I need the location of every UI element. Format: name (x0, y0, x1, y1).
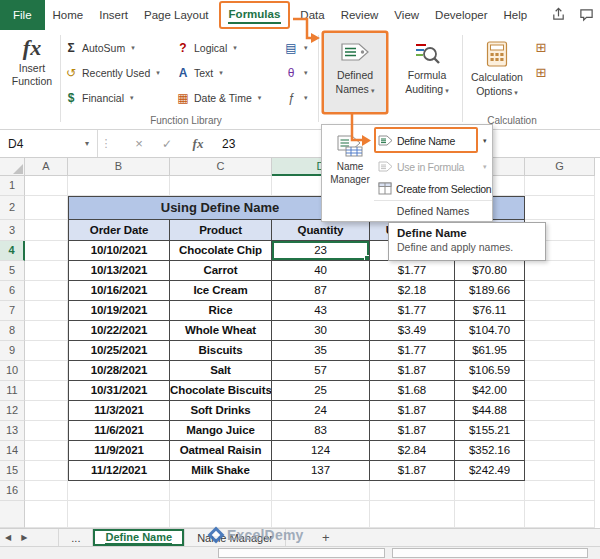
cell-F15[interactable]: $242.49 (455, 461, 525, 481)
cell-G7[interactable] (525, 301, 595, 321)
cell-A5[interactable] (25, 261, 68, 281)
cell-F14[interactable]: $352.16 (455, 441, 525, 461)
financial-button[interactable]: $ Financial ▾ (64, 89, 160, 106)
chevron-down-icon[interactable]: ▾ (85, 139, 89, 148)
tab-insert[interactable]: Insert (91, 0, 136, 30)
insert-function-fx-icon[interactable]: fx (186, 130, 210, 157)
cell-B8[interactable]: 10/22/2021 (68, 321, 170, 341)
cell-E15[interactable]: $1.87 (370, 461, 455, 481)
cell-A7[interactable] (25, 301, 68, 321)
next-sheet-icon[interactable]: ▶ (16, 529, 32, 546)
row-header-13[interactable]: 13 (0, 421, 25, 441)
cell-A12[interactable] (25, 401, 68, 421)
scrollbar-thumb[interactable] (392, 548, 588, 558)
cell-D16[interactable] (272, 481, 370, 501)
column-header-C[interactable]: C (170, 158, 272, 176)
math-trig-button[interactable]: θ ▾ (284, 64, 308, 81)
cell-C15[interactable]: Milk Shake (170, 461, 272, 481)
cell-B7[interactable]: 10/19/2021 (68, 301, 170, 321)
cell-A17[interactable] (25, 501, 68, 528)
cell-F16[interactable] (455, 481, 525, 501)
defined-names-button[interactable]: Defined Names▾ (324, 33, 386, 112)
cell-E9[interactable]: $1.77 (370, 341, 455, 361)
cell-D4[interactable]: 23 (272, 241, 370, 261)
cell-B11[interactable]: 10/31/2021 (68, 381, 170, 401)
cell-G6[interactable] (525, 281, 595, 301)
insert-function-button[interactable]: fx Insert Function (6, 34, 58, 116)
sheet-tab-overflow[interactable]: ... (58, 529, 93, 546)
cell-F10[interactable]: $106.59 (455, 361, 525, 381)
tab-page-layout[interactable]: Page Layout (136, 0, 217, 30)
cell-G12[interactable] (525, 401, 595, 421)
calculation-options-button[interactable]: Calculation Options▾ (466, 35, 528, 111)
cell-B17[interactable] (68, 501, 170, 528)
cell-C6[interactable]: Ice Cream (170, 281, 272, 301)
cell-E10[interactable]: $1.87 (370, 361, 455, 381)
cell-E11[interactable]: $1.68 (370, 381, 455, 401)
cell-F6[interactable]: $189.66 (455, 281, 525, 301)
cell-D8[interactable]: 30 (272, 321, 370, 341)
cell-A9[interactable] (25, 341, 68, 361)
cell-C9[interactable]: Biscuits (170, 341, 272, 361)
cell-A6[interactable] (25, 281, 68, 301)
row-header-4[interactable]: 4 (0, 241, 25, 261)
cell-G2[interactable] (525, 196, 595, 220)
cell-C11[interactable]: Chocolate Biscuits (170, 381, 272, 401)
cell-F17[interactable] (455, 501, 525, 528)
prev-sheet-icon[interactable]: ◀ (0, 529, 16, 546)
cell-A11[interactable] (25, 381, 68, 401)
cell-A1[interactable] (25, 176, 68, 196)
cell-E14[interactable]: $2.84 (370, 441, 455, 461)
cell-A3[interactable] (25, 220, 68, 241)
cell-D15[interactable]: 137 (272, 461, 370, 481)
cell-D17[interactable] (272, 501, 370, 528)
cell-D6[interactable]: 87 (272, 281, 370, 301)
row-header-2[interactable]: 2 (0, 196, 25, 220)
row-header-12[interactable]: 12 (0, 401, 25, 421)
cell-B6[interactable]: 10/16/2021 (68, 281, 170, 301)
tab-formulas[interactable]: Formulas (219, 1, 291, 29)
cell-C13[interactable]: Mango Juice (170, 421, 272, 441)
cell-D10[interactable]: 57 (272, 361, 370, 381)
cell-C1[interactable] (170, 176, 272, 196)
tab-help[interactable]: Help (496, 0, 536, 30)
date-time-button[interactable]: ▦ Date & Time ▾ (176, 89, 261, 106)
column-header-B[interactable]: B (68, 158, 170, 176)
cell-E8[interactable]: $3.49 (370, 321, 455, 341)
share-icon[interactable] (551, 7, 566, 26)
cell-C5[interactable]: Carrot (170, 261, 272, 281)
cell-E17[interactable] (370, 501, 455, 528)
recently-used-button[interactable]: ↺ Recently Used ▾ (64, 64, 160, 81)
select-all-corner[interactable] (0, 158, 25, 176)
tab-data[interactable]: Data (292, 0, 332, 30)
tab-file[interactable]: File (0, 0, 45, 30)
formula-auditing-button[interactable]: Formula Auditing▾ (396, 35, 458, 111)
cell-D11[interactable]: 25 (272, 381, 370, 401)
row-header-10[interactable]: 10 (0, 361, 25, 381)
comment-icon[interactable] (579, 7, 594, 26)
autosum-button[interactable]: Σ AutoSum ▾ (64, 39, 160, 56)
cell-F9[interactable]: $61.95 (455, 341, 525, 361)
define-name-submenu-arrow-icon[interactable]: ▾ (483, 137, 487, 145)
lookup-reference-button[interactable]: ▤ ▾ (284, 39, 308, 56)
cell-D9[interactable]: 35 (272, 341, 370, 361)
cell-G16[interactable] (525, 481, 595, 501)
tab-view[interactable]: View (386, 0, 427, 30)
cell-C16[interactable] (170, 481, 272, 501)
row-header-3[interactable]: 3 (0, 220, 25, 241)
calculate-now-button[interactable]: ⊞ (534, 40, 548, 55)
cell-B4[interactable]: 10/10/2021 (68, 241, 170, 261)
cell-E13[interactable]: $1.87 (370, 421, 455, 441)
cell-B15[interactable]: 11/12/2021 (68, 461, 170, 481)
cell-G9[interactable] (525, 341, 595, 361)
cell-C12[interactable]: Soft Drinks (170, 401, 272, 421)
cell-E7[interactable]: $1.77 (370, 301, 455, 321)
cell-D5[interactable]: 40 (272, 261, 370, 281)
fill-handle[interactable] (364, 255, 370, 261)
more-functions-button[interactable]: ƒ ▾ (284, 89, 308, 106)
column-header-A[interactable]: A (25, 158, 68, 176)
cell-E12[interactable]: $1.87 (370, 401, 455, 421)
row-header-x[interactable] (0, 501, 25, 528)
row-header-11[interactable]: 11 (0, 381, 25, 401)
cell-C17[interactable] (170, 501, 272, 528)
